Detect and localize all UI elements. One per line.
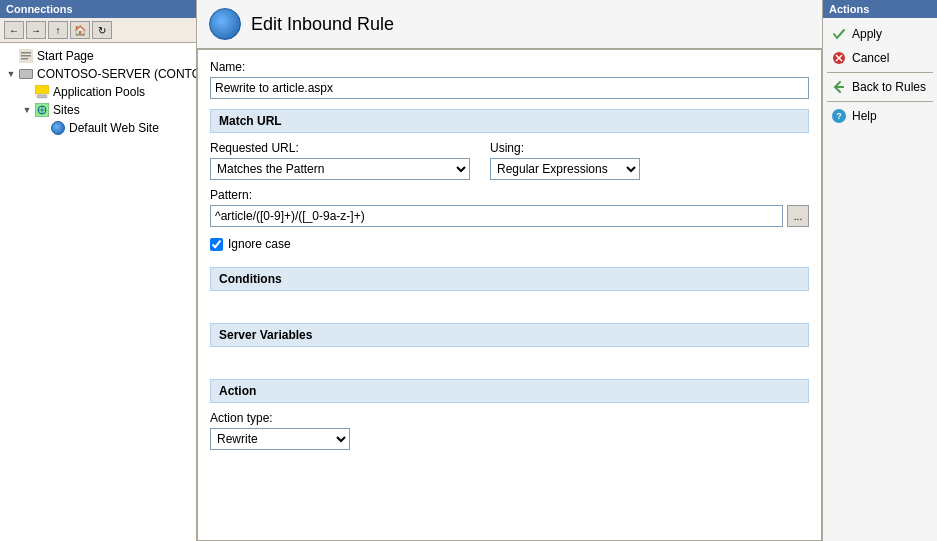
- pattern-label: Pattern:: [210, 188, 809, 202]
- app-pools-icon: [34, 84, 50, 100]
- sidebar-toolbar: ← → ↑ 🏠 ↻: [0, 18, 196, 43]
- sidebar-tree: Start Page ▼ CONTOSO-SERVER (CONTOS Appl…: [0, 43, 196, 541]
- back-icon: [831, 79, 847, 95]
- page-title: Edit Inbound Rule: [251, 14, 394, 35]
- apply-label: Apply: [852, 27, 882, 41]
- name-group: Name:: [210, 60, 809, 99]
- toolbar-forward-btn[interactable]: →: [26, 21, 46, 39]
- match-url-row: Requested URL: Matches the Pattern Does …: [210, 141, 809, 180]
- actions-header: Actions: [823, 0, 937, 18]
- cancel-icon: [831, 50, 847, 66]
- action-type-group: Action type: Rewrite Redirect Custom Res…: [210, 411, 809, 450]
- help-label: Help: [852, 109, 877, 123]
- apply-icon: [831, 26, 847, 42]
- help-icon: ?: [831, 108, 847, 124]
- app-pools-label: Application Pools: [53, 85, 145, 99]
- main-content: Edit Inbound Rule Name: Match URL Reques…: [197, 0, 822, 541]
- sidebar-item-start-page[interactable]: Start Page: [0, 47, 196, 65]
- ignore-case-row: Ignore case: [210, 237, 809, 251]
- action-type-select[interactable]: Rewrite Redirect Custom Response AbortRe…: [210, 428, 350, 450]
- svg-rect-4: [35, 85, 49, 94]
- action-section: Action: [210, 379, 809, 403]
- rule-icon: [209, 8, 241, 40]
- default-web-site-label: Default Web Site: [69, 121, 159, 135]
- requested-url-col: Requested URL: Matches the Pattern Does …: [210, 141, 470, 180]
- svg-rect-2: [21, 55, 31, 57]
- conditions-content: [210, 299, 809, 319]
- back-to-rules-action[interactable]: Back to Rules: [823, 75, 937, 99]
- server-icon: [18, 66, 34, 82]
- server-variables-content: [210, 355, 809, 375]
- action-type-label: Action type:: [210, 411, 809, 425]
- ignore-case-checkbox[interactable]: [210, 238, 223, 251]
- name-input[interactable]: [210, 77, 809, 99]
- pattern-input[interactable]: [210, 205, 783, 227]
- toolbar-refresh-btn[interactable]: ↻: [92, 21, 112, 39]
- sites-icon: [34, 102, 50, 118]
- sidebar-header: Connections: [0, 0, 196, 18]
- sidebar: Connections ← → ↑ 🏠 ↻ Start Page ▼: [0, 0, 197, 541]
- action-divider-2: [827, 101, 933, 102]
- toolbar-up-btn[interactable]: ↑: [48, 21, 68, 39]
- apply-action[interactable]: Apply: [823, 22, 937, 46]
- actions-panel: Actions Apply Cancel: [822, 0, 937, 541]
- sites-label: Sites: [53, 103, 80, 117]
- sidebar-item-default-web-site[interactable]: Default Web Site: [0, 119, 196, 137]
- back-to-rules-label: Back to Rules: [852, 80, 926, 94]
- action-divider: [827, 72, 933, 73]
- start-page-icon: [18, 48, 34, 64]
- requested-url-select[interactable]: Matches the Pattern Does Not Match the P…: [210, 158, 470, 180]
- cancel-label: Cancel: [852, 51, 889, 65]
- match-url-section: Match URL: [210, 109, 809, 133]
- main-body: Name: Match URL Requested URL: Matches t…: [197, 49, 822, 541]
- sidebar-item-sites[interactable]: ▼ Sites: [0, 101, 196, 119]
- svg-rect-3: [21, 58, 28, 60]
- svg-rect-5: [37, 95, 47, 98]
- start-page-label: Start Page: [37, 49, 94, 63]
- website-icon: [50, 120, 66, 136]
- server-variables-section: Server Variables: [210, 323, 809, 347]
- cancel-action[interactable]: Cancel: [823, 46, 937, 70]
- pattern-group: Pattern: ...: [210, 188, 809, 227]
- help-icon-circle: ?: [832, 109, 846, 123]
- expander-server: ▼: [4, 69, 18, 79]
- toolbar-home-btn[interactable]: 🏠: [70, 21, 90, 39]
- toolbar-back-btn[interactable]: ←: [4, 21, 24, 39]
- server-label: CONTOSO-SERVER (CONTOS: [37, 67, 196, 81]
- ignore-case-label: Ignore case: [228, 237, 291, 251]
- expander-sites: ▼: [20, 105, 34, 115]
- help-action[interactable]: ? Help: [823, 104, 937, 128]
- pattern-row: ...: [210, 205, 809, 227]
- using-select[interactable]: Regular Expressions Wildcards Exact Matc…: [490, 158, 640, 180]
- using-label: Using:: [490, 141, 640, 155]
- svg-rect-1: [21, 52, 31, 54]
- actions-list: Apply Cancel Back to Rules: [823, 18, 937, 132]
- conditions-section: Conditions: [210, 267, 809, 291]
- sidebar-item-server[interactable]: ▼ CONTOSO-SERVER (CONTOS: [0, 65, 196, 83]
- main-header: Edit Inbound Rule: [197, 0, 822, 49]
- requested-url-label: Requested URL:: [210, 141, 470, 155]
- name-label: Name:: [210, 60, 809, 74]
- pattern-test-btn[interactable]: ...: [787, 205, 809, 227]
- using-col: Using: Regular Expressions Wildcards Exa…: [490, 141, 640, 180]
- sidebar-item-app-pools[interactable]: Application Pools: [0, 83, 196, 101]
